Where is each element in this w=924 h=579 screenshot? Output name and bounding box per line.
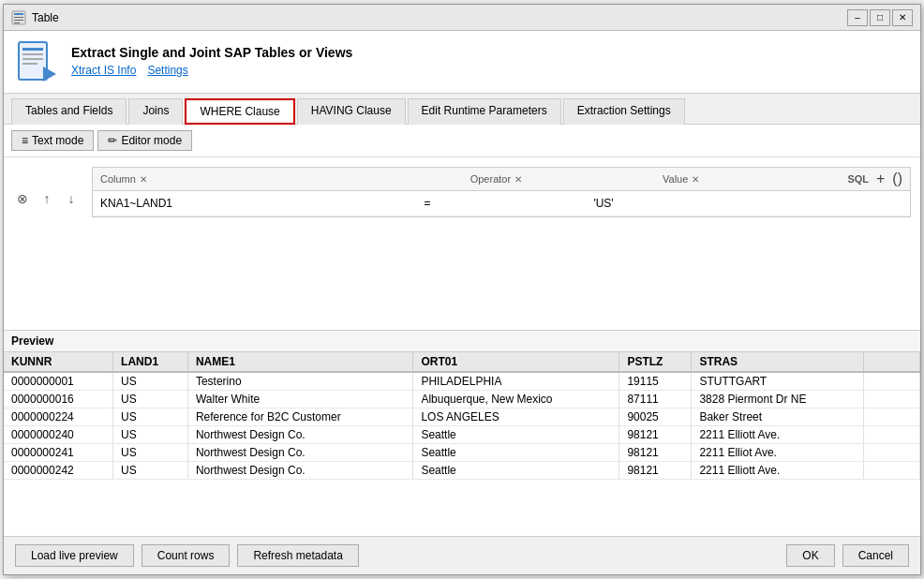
tab-having-clause[interactable]: HAVING Clause xyxy=(297,98,406,125)
remove-row-button[interactable]: ⊗ xyxy=(13,189,32,208)
table-cell-extra xyxy=(864,391,920,408)
table-cell: STUTTGART xyxy=(692,372,864,391)
content-area: ≡ Text mode ✏ Editor mode ⊗ ↑ ↓ xyxy=(4,125,920,536)
cancel-button[interactable]: Cancel xyxy=(842,544,909,567)
table-cell: 2211 Elliott Ave. xyxy=(692,426,864,444)
preview-table-head: KUNNR LAND1 NAME1 ORT01 PSTLZ STRAS xyxy=(4,352,920,372)
table-cell: Seattle xyxy=(413,426,619,444)
xtract-is-info-link[interactable]: Xtract IS Info xyxy=(71,64,136,77)
editor-mode-button[interactable]: ✏ Editor mode xyxy=(97,130,192,151)
table-cell-extra xyxy=(864,444,920,462)
where-editor: ⊗ ↑ ↓ Column ✕ Operator ✕ xyxy=(4,157,920,330)
col-ort01: ORT01 xyxy=(413,352,619,372)
minimize-button[interactable]: – xyxy=(847,9,868,26)
preview-label: Preview xyxy=(4,331,920,352)
condition-header: Column ✕ Operator ✕ Value ✕ SQL xyxy=(93,168,910,191)
parenthesis-button[interactable]: () xyxy=(892,171,902,187)
tab-where-clause[interactable]: WHERE Clause xyxy=(185,98,294,125)
text-mode-button[interactable]: ≡ Text mode xyxy=(11,130,94,151)
svg-rect-7 xyxy=(22,53,43,55)
value-header-close[interactable]: ✕ xyxy=(692,174,699,185)
table-row: 0000000224USReference for B2C CustomerLO… xyxy=(4,408,920,426)
load-live-preview-button[interactable]: Load live preview xyxy=(15,544,134,567)
bottom-left-buttons: Load live preview Count rows Refresh met… xyxy=(15,544,359,567)
table-cell: Northwest Design Co. xyxy=(187,462,413,480)
preview-section: Preview KUNNR LAND1 NAME1 ORT01 PSTLZ ST… xyxy=(4,330,920,536)
count-rows-button[interactable]: Count rows xyxy=(142,544,231,567)
column-header-close[interactable]: ✕ xyxy=(140,174,147,185)
editor-mode-label: Editor mode xyxy=(121,134,182,147)
window-title: Table xyxy=(32,11,59,24)
title-bar-controls: – □ ✕ xyxy=(847,9,913,26)
preview-table-wrap[interactable]: KUNNR LAND1 NAME1 ORT01 PSTLZ STRAS 0000… xyxy=(4,352,920,536)
svg-rect-3 xyxy=(14,20,23,21)
window-icon xyxy=(11,10,26,25)
main-window: Table – □ ✕ Extract Single and Joint SA xyxy=(3,4,921,575)
table-row: 0000000016USWalter WhiteAlbuquerque, New… xyxy=(4,391,920,408)
bottom-right-buttons: OK Cancel xyxy=(786,544,909,567)
table-cell: 0000000001 xyxy=(4,372,113,391)
table-cell: US xyxy=(113,444,188,462)
table-cell: US xyxy=(113,372,188,391)
tab-extraction-settings[interactable]: Extraction Settings xyxy=(563,98,685,125)
title-bar: Table – □ ✕ xyxy=(4,5,920,31)
svg-rect-8 xyxy=(22,58,43,60)
sql-button[interactable]: SQL xyxy=(847,173,869,185)
add-condition-button[interactable]: + xyxy=(876,171,885,187)
table-cell: 0000000224 xyxy=(4,408,113,426)
bottom-bar: Load live preview Count rows Refresh met… xyxy=(4,536,920,574)
table-cell: Northwest Design Co. xyxy=(187,426,413,444)
table-cell: 0000000016 xyxy=(4,391,113,408)
svg-rect-4 xyxy=(14,22,20,23)
table-cell: 0000000242 xyxy=(4,462,113,480)
col-extra xyxy=(864,352,920,372)
table-cell: Northwest Design Co. xyxy=(187,444,413,462)
table-row: 0000000242USNorthwest Design Co.Seattle9… xyxy=(4,462,920,480)
value-header: Value ✕ xyxy=(655,171,847,187)
table-cell: 98121 xyxy=(619,444,692,462)
table-cell: LOS ANGELES xyxy=(413,408,619,426)
close-button[interactable]: ✕ xyxy=(892,9,913,26)
operator-header-close[interactable]: ✕ xyxy=(514,174,522,185)
title-bar-left: Table xyxy=(11,10,59,25)
table-cell: Seattle xyxy=(413,444,619,462)
app-header: Extract Single and Joint SAP Tables or V… xyxy=(15,38,909,83)
table-cell: Reference for B2C Customer xyxy=(187,408,413,426)
app-links: Xtract IS Info Settings xyxy=(71,64,352,77)
condition-value-value[interactable]: 'US' xyxy=(586,195,755,212)
operator-header: Operator ✕ xyxy=(463,171,655,187)
table-row: 0000000001USTesterinoPHILADELPHIA19115ST… xyxy=(4,372,920,391)
table-cell: 3828 Piermont Dr NE xyxy=(692,391,864,408)
table-cell: Walter White xyxy=(187,391,413,408)
tab-joins[interactable]: Joins xyxy=(128,98,183,125)
col-stras: STRAS xyxy=(692,352,864,372)
table-cell: US xyxy=(113,426,188,444)
condition-row: KNA1~LAND1 = 'US' xyxy=(93,191,910,216)
col-name1: NAME1 xyxy=(187,352,413,372)
restore-button[interactable]: □ xyxy=(870,9,890,26)
table-cell: 0000000240 xyxy=(4,426,113,444)
table-cell: 98121 xyxy=(619,462,692,480)
table-cell: 19115 xyxy=(619,372,692,391)
svg-rect-9 xyxy=(22,63,37,65)
tab-tables-and-fields[interactable]: Tables and Fields xyxy=(11,98,127,125)
table-cell: Baker Street xyxy=(692,408,864,426)
app-icon xyxy=(15,38,60,83)
value-header-label: Value xyxy=(663,173,688,185)
move-up-button[interactable]: ↑ xyxy=(37,189,56,208)
condition-operator-value[interactable]: = xyxy=(417,195,587,212)
settings-link[interactable]: Settings xyxy=(147,64,187,77)
condition-column-value[interactable]: KNA1~LAND1 xyxy=(93,195,417,212)
tab-edit-runtime-params[interactable]: Edit Runtime Parameters xyxy=(408,98,561,125)
refresh-metadata-button[interactable]: Refresh metadata xyxy=(237,544,358,567)
table-cell: US xyxy=(113,391,188,408)
table-cell: US xyxy=(113,462,188,480)
move-down-button[interactable]: ↓ xyxy=(62,189,81,208)
app-title-block: Extract Single and Joint SAP Tables or V… xyxy=(71,45,352,77)
ok-button[interactable]: OK xyxy=(786,544,834,567)
table-cell: US xyxy=(113,408,188,426)
table-cell: 0000000241 xyxy=(4,444,113,462)
svg-rect-2 xyxy=(14,17,23,18)
table-cell: Testerino xyxy=(187,372,413,391)
svg-marker-10 xyxy=(43,67,56,82)
